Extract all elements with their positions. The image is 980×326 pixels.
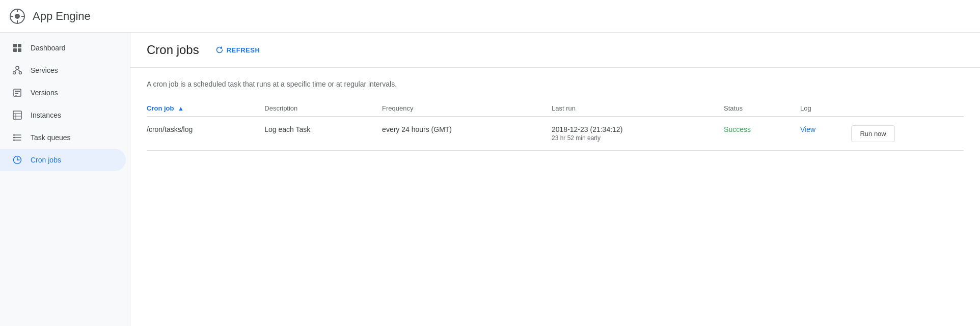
svg-rect-18 xyxy=(15,95,17,96)
svg-point-1 xyxy=(15,14,20,19)
instances-icon xyxy=(12,110,22,120)
svg-line-13 xyxy=(14,69,17,72)
svg-rect-17 xyxy=(15,93,18,94)
content-body: A cron job is a scheduled task that runs… xyxy=(130,68,980,163)
sidebar-item-label: Instances xyxy=(31,111,61,119)
col-header-description: Description xyxy=(264,100,382,117)
app-title: App Engine xyxy=(33,10,91,23)
top-bar: App Engine xyxy=(0,0,980,33)
sidebar-item-label: Versions xyxy=(31,89,58,97)
sidebar-item-task-queues[interactable]: Task queues xyxy=(0,126,126,149)
sidebar-item-label: Services xyxy=(31,66,58,74)
sort-arrow-icon: ▲ xyxy=(178,105,184,112)
view-log-link[interactable]: View xyxy=(800,125,815,133)
page-title: Cron jobs xyxy=(147,43,199,57)
sidebar-item-services[interactable]: Services xyxy=(0,59,126,82)
cron-job-action: Run now xyxy=(851,117,964,151)
run-now-button[interactable]: Run now xyxy=(851,125,894,142)
description-text: A cron job is a scheduled task that runs… xyxy=(147,80,964,88)
sidebar-item-dashboard[interactable]: Dashboard xyxy=(0,37,126,59)
svg-point-26 xyxy=(13,134,15,136)
content-header: Cron jobs REFRESH xyxy=(130,33,980,68)
svg-line-14 xyxy=(17,69,20,72)
col-header-cron-job: Cron job ▲ xyxy=(147,100,264,117)
svg-point-28 xyxy=(13,140,15,141)
col-header-action xyxy=(851,100,964,117)
refresh-label: REFRESH xyxy=(227,46,260,54)
sidebar-item-cron-jobs[interactable]: Cron jobs xyxy=(0,149,126,171)
sidebar: Dashboard Services xyxy=(0,33,130,326)
sidebar-item-label: Dashboard xyxy=(31,44,66,52)
table-row: /cron/tasks/log Log each Task every 24 h… xyxy=(147,117,964,151)
cron-job-frequency: every 24 hours (GMT) xyxy=(382,117,552,151)
svg-rect-19 xyxy=(13,111,21,119)
refresh-button[interactable]: REFRESH xyxy=(211,43,264,57)
sidebar-item-label: Cron jobs xyxy=(31,156,61,164)
content-area: Cron jobs REFRESH A cron job is a schedu… xyxy=(130,33,980,326)
sidebar-item-label: Task queues xyxy=(31,133,71,142)
cron-job-description: Log each Task xyxy=(264,117,382,151)
last-run-line2: 23 hr 52 min early xyxy=(552,134,716,142)
main-layout: Dashboard Services xyxy=(0,33,980,326)
status-badge: Success xyxy=(724,125,751,133)
task-queues-icon xyxy=(12,132,22,143)
cron-job-path: /cron/tasks/log xyxy=(147,117,264,151)
cron-job-last-run: 2018-12-23 (21:34:12) 23 hr 52 min early xyxy=(552,117,724,151)
svg-rect-16 xyxy=(15,91,20,92)
cron-jobs-icon xyxy=(12,155,22,165)
col-header-log: Log xyxy=(800,100,851,117)
svg-rect-8 xyxy=(13,48,17,52)
svg-rect-9 xyxy=(18,48,21,52)
svg-point-12 xyxy=(19,72,22,74)
dashboard-icon xyxy=(12,43,22,53)
sidebar-item-instances[interactable]: Instances xyxy=(0,104,126,126)
svg-point-10 xyxy=(16,66,19,69)
svg-point-11 xyxy=(13,72,16,74)
svg-rect-7 xyxy=(18,44,21,47)
cron-job-log: View xyxy=(800,117,851,151)
last-run-line1: 2018-12-23 (21:34:12) xyxy=(552,125,716,133)
services-icon xyxy=(12,65,22,75)
app-logo: App Engine xyxy=(8,7,91,25)
app-engine-icon xyxy=(8,7,26,25)
svg-rect-6 xyxy=(13,44,17,47)
svg-point-27 xyxy=(13,137,15,139)
cron-job-status: Success xyxy=(724,117,800,151)
col-header-status: Status xyxy=(724,100,800,117)
col-header-last-run: Last run xyxy=(552,100,724,117)
versions-icon xyxy=(12,88,22,98)
refresh-icon xyxy=(215,46,224,54)
col-header-frequency: Frequency xyxy=(382,100,552,117)
sidebar-item-versions[interactable]: Versions xyxy=(0,82,126,104)
cron-jobs-table: Cron job ▲ Description Frequency Last ru… xyxy=(147,100,964,151)
